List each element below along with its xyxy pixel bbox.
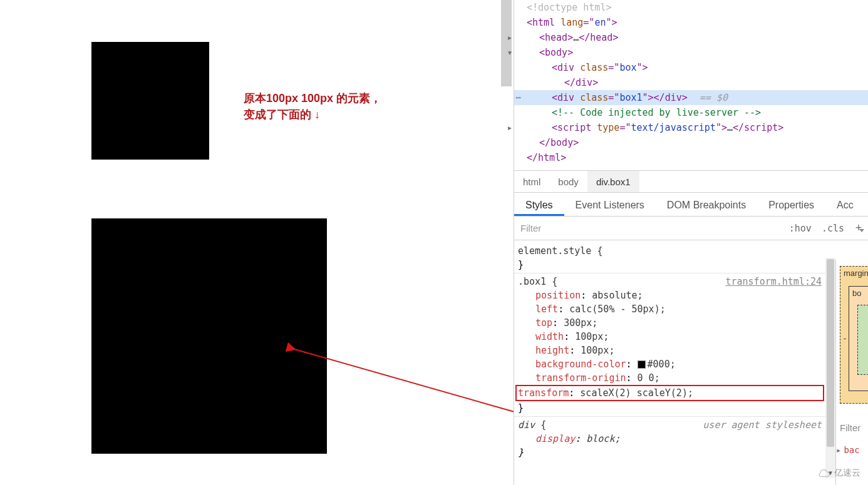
styles-subtabs: Styles Event Listeners DOM Breakpoints P… bbox=[514, 193, 868, 217]
box-model-padding[interactable] bbox=[857, 305, 868, 375]
styles-filter-input[interactable] bbox=[514, 223, 784, 233]
styles-filter-bar: :hov .cls + bbox=[514, 217, 868, 240]
computed-panel: margin bo - Filter ▸bac bbox=[835, 260, 868, 485]
box-model-margin-label: margin bbox=[844, 268, 868, 278]
dom-body-close[interactable]: </body> bbox=[514, 135, 868, 150]
elements-dom-tree[interactable]: <!doctype html> <html lang="en"> ▸ <head… bbox=[514, 0, 868, 170]
dollar0-indicator: == $0 bbox=[700, 92, 728, 103]
rule-ua-div[interactable]: user agent stylesheet div { bbox=[518, 418, 822, 432]
watermark: 亿速云 bbox=[817, 467, 860, 479]
devtools-panel: <!doctype html> <html lang="en"> ▸ <head… bbox=[514, 0, 868, 485]
dom-head[interactable]: ▸ <head>…</head> bbox=[514, 30, 868, 45]
box-original bbox=[91, 42, 209, 160]
hover-toggle[interactable]: :hov bbox=[784, 223, 817, 234]
dom-doctype[interactable]: <!doctype html> bbox=[514, 0, 868, 15]
dom-body-open[interactable]: ▾ <body> bbox=[514, 45, 868, 60]
tab-dom-breakpoints[interactable]: DOM Breakpoints bbox=[656, 195, 757, 216]
computed-filter-label[interactable]: Filter bbox=[840, 422, 860, 433]
dom-script[interactable]: ▸ <script type="text/javascript">…</scri… bbox=[514, 120, 868, 135]
annotation-line1: 原本100px 100px 的元素， bbox=[244, 92, 381, 105]
tab-styles[interactable]: Styles bbox=[514, 195, 564, 216]
collapse-icon[interactable]: ▾ bbox=[505, 45, 514, 60]
decl-height[interactable]: height: 100px; bbox=[518, 344, 822, 357]
tab-properties[interactable]: Properties bbox=[757, 195, 825, 216]
page-preview: 原本100px 100px 的元素， 变成了下面的 ↓ bbox=[0, 0, 514, 485]
styles-scrollbar[interactable]: ▲ ▼ bbox=[825, 258, 835, 478]
box-scaled bbox=[91, 218, 327, 454]
styles-rules-column: element.style { } transform.html:24 .box… bbox=[514, 240, 825, 466]
box-model-tick: - bbox=[842, 334, 847, 343]
annotation-line2: 变成了下面的 ↓ bbox=[244, 108, 320, 121]
expand-icon[interactable]: ▸ bbox=[505, 120, 514, 135]
decl-left[interactable]: left: calc(50% - 50px); bbox=[518, 302, 822, 316]
tab-event-listeners[interactable]: Event Listeners bbox=[564, 195, 656, 216]
color-swatch[interactable] bbox=[638, 360, 646, 369]
expand-icon[interactable]: ▸ bbox=[505, 30, 514, 45]
rule-box1[interactable]: transform.html:24 .box1 { bbox=[518, 275, 822, 288]
crumb-body[interactable]: body bbox=[549, 171, 587, 192]
box-model-border-label: bo bbox=[852, 288, 861, 298]
rule-element-style[interactable]: element.style { bbox=[518, 244, 822, 258]
dom-comment[interactable]: <!-- Code injected by live-server --> bbox=[514, 105, 868, 120]
dom-html-open[interactable]: <html lang="en"> bbox=[514, 15, 868, 30]
decl-transform-origin[interactable]: transform-origin: 0 0; bbox=[518, 371, 822, 385]
decl-display[interactable]: display: block; bbox=[518, 432, 822, 446]
ellipsis-icon[interactable]: ⋯ bbox=[515, 90, 521, 105]
scrollbar-thumb[interactable] bbox=[827, 259, 834, 447]
cls-toggle[interactable]: .cls bbox=[817, 223, 849, 234]
cloud-icon bbox=[817, 468, 830, 478]
decl-background-color[interactable]: background-color: #000; bbox=[518, 357, 822, 371]
dom-html-close[interactable]: </html> bbox=[514, 150, 868, 165]
rule-source-ua: user agent stylesheet bbox=[703, 418, 822, 432]
styles-rules[interactable]: element.style { } transform.html:24 .box… bbox=[514, 240, 825, 466]
computed-first-row[interactable]: ▸bac bbox=[836, 445, 860, 455]
watermark-text: 亿速云 bbox=[834, 467, 860, 479]
decl-position[interactable]: position: absolute; bbox=[518, 288, 822, 302]
rule-source-link[interactable]: transform.html:24 bbox=[725, 275, 822, 288]
crumb-box1[interactable]: div.box1 bbox=[587, 171, 639, 192]
crumb-html[interactable]: html bbox=[514, 171, 549, 192]
dom-div-box-open[interactable]: <div class="box"> bbox=[514, 60, 868, 75]
dom-div-box1-selected[interactable]: ⋯ <div class="box1"></div> == $0 bbox=[514, 90, 868, 105]
annotation-text: 原本100px 100px 的元素， 变成了下面的 ↓ bbox=[244, 90, 381, 123]
new-style-rule-button[interactable]: + bbox=[849, 222, 868, 235]
decl-transform[interactable]: transform: scaleX(2) scaleY(2); bbox=[515, 385, 824, 401]
breadcrumb: html body div.box1 bbox=[514, 170, 868, 193]
tab-accessibility[interactable]: Acc bbox=[825, 195, 865, 216]
decl-width[interactable]: width: 100px; bbox=[518, 330, 822, 344]
decl-top[interactable]: top: 300px; bbox=[518, 316, 822, 330]
expand-icon[interactable]: ▸ bbox=[836, 445, 841, 455]
dom-div-box-close[interactable]: </div> bbox=[514, 75, 868, 90]
